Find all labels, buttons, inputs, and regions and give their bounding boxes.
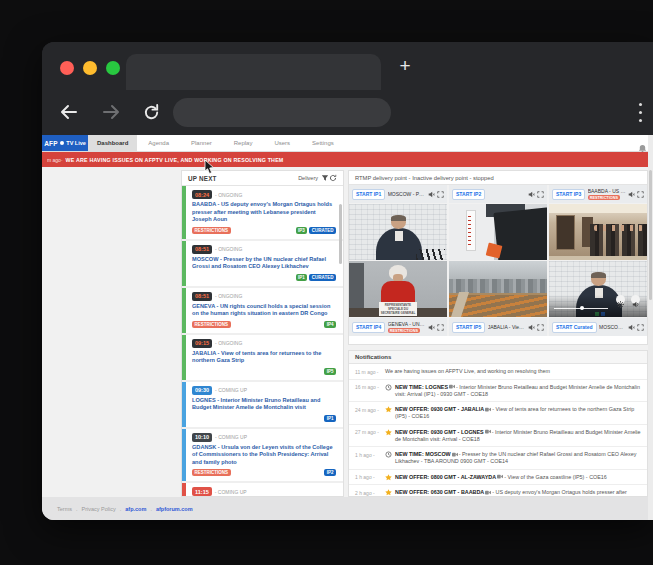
- item-title: JABALIA - View of tents area for returne…: [192, 350, 336, 365]
- minimize-window-button[interactable]: [83, 61, 97, 75]
- speaker-mute-icon[interactable]: [428, 324, 435, 331]
- feed-label: BAABDA - US deputy en...: [588, 188, 626, 194]
- list-item[interactable]: 09:30- COMING UP LOGNES - Interior Minis…: [182, 382, 343, 429]
- item-title: BAABDA - US deputy envoy's Morgan Ortagu…: [192, 201, 336, 224]
- list-item[interactable]: 11:15- COMING UP TWICKENHAM - Rugby/Six …: [182, 483, 343, 497]
- browser-tab[interactable]: [126, 54, 381, 90]
- refresh-icon[interactable]: [329, 174, 337, 182]
- browser-menu-button[interactable]: [637, 103, 643, 122]
- mouse-cursor: [204, 160, 215, 175]
- rtmp-delivery-panel: RTMP delivery point - Inactive delivery …: [348, 170, 648, 345]
- tab-users[interactable]: Users: [263, 135, 301, 151]
- video-icon: [452, 452, 458, 457]
- time-badge: 08:24: [192, 190, 212, 199]
- time-badge: 10:10: [192, 433, 212, 442]
- notification-row[interactable]: 16 m ago - NEW TIME: LOGNES- Interior Mi…: [349, 380, 647, 403]
- status-label: - ONGOING: [215, 293, 242, 299]
- status-label: - COMING UP: [215, 434, 247, 440]
- feed-control-bar: START Curated MOSCOW - Pres...: [549, 318, 647, 336]
- item-title: GDANSK - Ursula von der Leyen visits of …: [192, 444, 336, 467]
- feed-control-bar: START IP2: [449, 185, 547, 203]
- tab-settings[interactable]: Settings: [301, 135, 345, 151]
- up-next-title: UP NEXT: [188, 175, 217, 182]
- curated-badge: CURATED: [309, 274, 336, 281]
- privacy-link[interactable]: Privacy Policy: [82, 506, 116, 512]
- speaker-mute-icon[interactable]: [628, 191, 635, 198]
- notifications-bell-icon[interactable]: [638, 139, 647, 148]
- start-curated-button[interactable]: START Curated: [552, 322, 597, 333]
- notification-row[interactable]: 1 h ago - NEW OFFER: 0800 GMT - AL-ZAWAY…: [349, 470, 647, 486]
- notification-row[interactable]: 24 m ago - NEW OFFER: 0930 GMT - JABALIA…: [349, 402, 647, 425]
- item-title: MOSCOW - Presser by the UN nuclear chief…: [192, 256, 336, 271]
- alert-banner[interactable]: m ago· WE ARE HAVING ISSUES ON AFPTV LIV…: [42, 152, 653, 167]
- notification-text: NEW OFFER: 0930 GMT - LOGNES- Interior M…: [395, 429, 641, 443]
- fullscreen-icon[interactable]: [437, 324, 444, 331]
- status-label: - ONGOING: [215, 192, 242, 198]
- player-volume-button[interactable]: [631, 295, 640, 304]
- afpforum-com-link[interactable]: afpforum.com: [156, 506, 193, 512]
- fullscreen-icon[interactable]: [637, 324, 644, 331]
- scrollbar-thumb[interactable]: [649, 170, 652, 300]
- start-ip4-button[interactable]: START IP4: [352, 322, 385, 333]
- forward-button[interactable]: [100, 101, 122, 123]
- fullscreen-icon[interactable]: [537, 191, 544, 198]
- video-preview-moscow-curated[interactable]: [549, 261, 647, 317]
- notification-row[interactable]: 1 h ago - NEW TIME: MOSCOW- Presser by t…: [349, 447, 647, 470]
- rtmp-panel-title: RTMP delivery point - Inactive delivery …: [349, 171, 647, 185]
- speaker-mute-icon[interactable]: [628, 324, 635, 331]
- feed-control-bar: START IP3 BAABDA - US deputy en...RESTRI…: [549, 185, 647, 203]
- list-item[interactable]: 09:15- ONGOING JABALIA - View of tents a…: [182, 335, 343, 382]
- notifications-panel: Notifications 11 m ago - We are having i…: [348, 350, 648, 497]
- notification-row[interactable]: 11 m ago - We are having issues on AFPTV…: [349, 364, 647, 380]
- maximize-window-button[interactable]: [106, 61, 120, 75]
- start-ip2-button[interactable]: START IP2: [452, 189, 485, 200]
- speaker-mute-icon[interactable]: [428, 191, 435, 198]
- ip-badge: IP1: [324, 415, 336, 422]
- speaker-mute-icon[interactable]: [528, 324, 535, 331]
- terms-link[interactable]: Terms: [57, 506, 72, 512]
- up-next-list[interactable]: 08:24- ONGOING BAABDA - US deputy envoy'…: [182, 186, 343, 497]
- list-item[interactable]: 08:24- ONGOING BAABDA - US deputy envoy'…: [182, 186, 343, 241]
- new-tab-button[interactable]: +: [394, 53, 416, 79]
- fullscreen-icon[interactable]: [437, 191, 444, 198]
- start-ip3-button[interactable]: START IP3: [552, 189, 585, 200]
- rtmp-grid: START IP1 MOSCOW - Presser by t... START…: [349, 185, 647, 336]
- status-stripe: [182, 335, 186, 380]
- notification-time: 2 h ago -: [355, 489, 382, 496]
- list-item[interactable]: 08:51- ONGOING GENEVA - UN rights counci…: [182, 288, 343, 335]
- video-preview-ip2[interactable]: [449, 204, 547, 260]
- list-item[interactable]: 10:10- COMING UP GDANSK - Ursula von der…: [182, 429, 343, 484]
- speaker-mute-icon[interactable]: [528, 191, 535, 198]
- notification-text: We are having issues on AFPTV Live, and …: [385, 368, 641, 375]
- page-scrollbar[interactable]: [648, 135, 653, 520]
- ip-badge: IP1: [296, 274, 308, 281]
- video-preview-moscow-ip1[interactable]: [349, 204, 447, 260]
- tab-agenda[interactable]: Agenda: [137, 135, 180, 151]
- logo-product-text: TV Live: [66, 140, 86, 146]
- notification-row[interactable]: 27 m ago - NEW OFFER: 0930 GMT - LOGNES-…: [349, 425, 647, 448]
- reload-button[interactable]: [142, 103, 161, 122]
- start-ip1-button[interactable]: START IP1: [352, 189, 385, 200]
- tab-replay[interactable]: Replay: [223, 135, 264, 151]
- up-next-scrollbar[interactable]: [339, 204, 342, 264]
- tab-planner[interactable]: Planner: [180, 135, 223, 151]
- fullscreen-icon[interactable]: [637, 191, 644, 198]
- back-button[interactable]: [58, 101, 80, 123]
- video-preview-baabda-ip3[interactable]: [549, 204, 647, 260]
- fullscreen-icon[interactable]: [537, 324, 544, 331]
- address-bar[interactable]: [173, 98, 391, 127]
- feed-label: GENEVA - UN rights cou...: [388, 321, 426, 327]
- notification-row[interactable]: 2 h ago - NEW OFFER: 0630 GMT - BAABDA- …: [349, 485, 647, 497]
- video-preview-jabalia-ip5[interactable]: [449, 261, 547, 317]
- tab-dashboard[interactable]: Dashboard: [88, 135, 137, 151]
- close-window-button[interactable]: [60, 61, 74, 75]
- list-item[interactable]: 08:51- ONGOING MOSCOW - Presser by the U…: [182, 241, 343, 288]
- browser-navbar: [42, 90, 653, 135]
- filter-funnel-icon[interactable]: [321, 174, 329, 182]
- start-ip5-button[interactable]: START IP5: [452, 322, 485, 333]
- app-nav-tabs: Dashboard Agenda Planner Replay Users Se…: [88, 135, 345, 151]
- afp-tv-live-logo[interactable]: AFP TV Live: [42, 135, 88, 151]
- player-settings-button[interactable]: [616, 295, 625, 304]
- video-preview-geneva-ip4[interactable]: REPRESENTANTE SPECIALE DU SECRETAIRE GEN…: [349, 261, 447, 317]
- afp-com-link[interactable]: afp.com: [125, 506, 146, 512]
